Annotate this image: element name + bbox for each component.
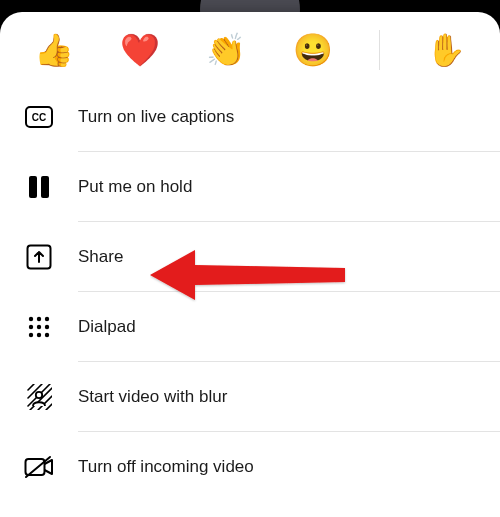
captions-icon: CC xyxy=(24,102,54,132)
svg-rect-3 xyxy=(41,176,49,198)
reaction-raise-hand[interactable]: ✋ xyxy=(426,34,466,66)
share-icon xyxy=(24,242,54,272)
svg-point-5 xyxy=(29,317,33,321)
svg-point-11 xyxy=(29,333,33,337)
menu-list: CC Turn on live captions Put me on hold … xyxy=(0,82,500,502)
blur-icon xyxy=(24,382,54,412)
reaction-love[interactable]: ❤️ xyxy=(120,34,160,66)
menu-item-share[interactable]: Share xyxy=(0,222,500,292)
reaction-laugh[interactable]: 😀 xyxy=(293,34,333,66)
reaction-like[interactable]: 👍 xyxy=(34,34,74,66)
svg-point-9 xyxy=(37,325,41,329)
svg-rect-15 xyxy=(26,459,45,475)
menu-item-label: Turn off incoming video xyxy=(78,457,254,477)
dialpad-icon xyxy=(24,312,54,342)
reaction-applause[interactable]: 👏 xyxy=(206,34,246,66)
menu-item-dialpad[interactable]: Dialpad xyxy=(0,292,500,362)
svg-rect-2 xyxy=(29,176,37,198)
menu-item-label: Dialpad xyxy=(78,317,136,337)
svg-point-12 xyxy=(37,333,41,337)
reactions-bar: 👍 ❤️ 👏 😀 ✋ xyxy=(0,12,500,82)
call-actions-sheet: 👍 ❤️ 👏 😀 ✋ CC Turn on live captions Put … xyxy=(0,12,500,517)
menu-item-label: Put me on hold xyxy=(78,177,192,197)
menu-item-label: Start video with blur xyxy=(78,387,227,407)
video-off-icon xyxy=(24,452,54,482)
svg-text:CC: CC xyxy=(32,112,46,123)
menu-item-blur[interactable]: Start video with blur xyxy=(0,362,500,432)
pause-icon xyxy=(24,172,54,202)
svg-point-7 xyxy=(45,317,49,321)
menu-item-hold[interactable]: Put me on hold xyxy=(0,152,500,222)
svg-point-10 xyxy=(45,325,49,329)
menu-item-label: Turn on live captions xyxy=(78,107,234,127)
menu-item-captions[interactable]: CC Turn on live captions xyxy=(0,82,500,152)
reactions-divider xyxy=(379,30,380,70)
svg-point-8 xyxy=(29,325,33,329)
svg-point-13 xyxy=(45,333,49,337)
menu-item-label: Share xyxy=(78,247,123,267)
menu-item-video-off[interactable]: Turn off incoming video xyxy=(0,432,500,502)
svg-point-6 xyxy=(37,317,41,321)
svg-point-14 xyxy=(36,392,42,398)
